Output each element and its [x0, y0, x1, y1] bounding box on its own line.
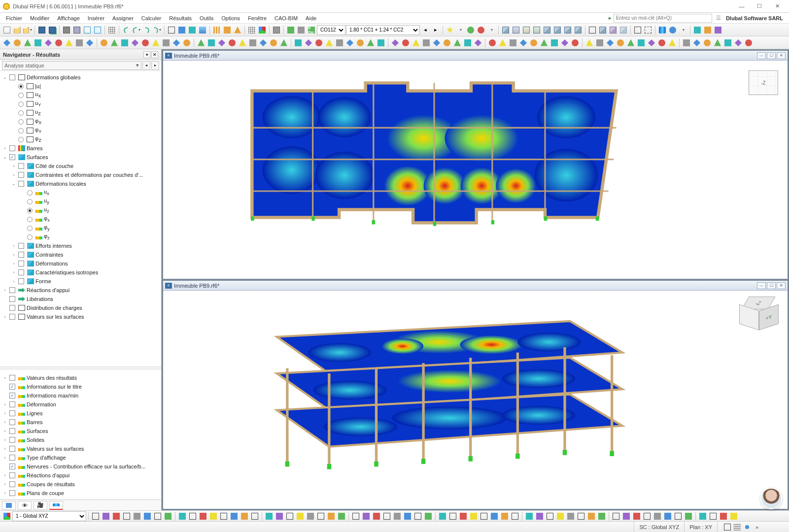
tool2-btn-58[interactable]: [626, 38, 636, 48]
tool2-btn-9[interactable]: [99, 38, 109, 48]
axes-toggle-button[interactable]: [257, 25, 267, 35]
tool3-btn-24[interactable]: [351, 511, 361, 521]
tool2-btn-16[interactable]: [172, 38, 181, 48]
tool2-btn-19[interactable]: [206, 38, 216, 48]
tool2-btn-28[interactable]: [304, 38, 313, 48]
tool2-btn-13[interactable]: [140, 38, 150, 48]
tool2-btn-63[interactable]: [682, 38, 691, 48]
radio[interactable]: [18, 128, 24, 133]
next-lc-button[interactable]: ▸: [431, 25, 441, 35]
tree-item[interactable]: ›Plans de coupe: [0, 489, 161, 498]
tool2-btn-47[interactable]: [508, 38, 518, 48]
tree-item[interactable]: ›Barres: [0, 418, 161, 427]
tool2-btn-35[interactable]: [376, 38, 386, 48]
tree-item[interactable]: ›Surfaces: [0, 427, 161, 435]
save-button[interactable]: [37, 25, 47, 35]
tree-item[interactable]: φy: [0, 224, 161, 233]
expander-icon[interactable]: ›: [2, 411, 8, 416]
tool3-btn-27[interactable]: [382, 511, 392, 521]
tool3-btn-56[interactable]: [698, 511, 708, 521]
viewport-top-titlebar[interactable]: ≡ Immeuble PB9.rf6* — ☐ ✕: [163, 51, 788, 61]
tool3-btn-16[interactable]: [264, 511, 274, 521]
checkbox[interactable]: [18, 252, 24, 258]
viewport-bottom-min[interactable]: —: [757, 282, 766, 289]
tool2-btn-41[interactable]: [442, 38, 452, 48]
menu-calculer[interactable]: Calculer: [137, 14, 165, 22]
show-loads-button[interactable]: [233, 25, 242, 35]
checkbox[interactable]: [9, 455, 15, 461]
new-file-button[interactable]: [2, 25, 12, 35]
checkbox[interactable]: [9, 154, 15, 160]
redo-button[interactable]: [142, 25, 152, 35]
tool3-btn-14[interactable]: [240, 511, 249, 521]
view-yz-button[interactable]: [532, 25, 542, 35]
analysis-type-combo[interactable]: Analyse statique▾: [2, 61, 141, 70]
rotate-menu[interactable]: [678, 25, 688, 35]
tool2-btn-30[interactable]: [324, 38, 334, 48]
tool2-btn-32[interactable]: [345, 38, 355, 48]
viewport-bottom-max[interactable]: ☐: [767, 282, 776, 289]
misc-3-button[interactable]: [713, 25, 723, 35]
tool2-btn-5[interactable]: [54, 38, 64, 48]
tool3-btn-15[interactable]: [250, 511, 260, 521]
checkbox[interactable]: [9, 437, 15, 443]
menu-affichage[interactable]: Affichage: [53, 14, 84, 22]
radio[interactable]: [18, 119, 24, 125]
tool2-btn-15[interactable]: [161, 38, 171, 48]
radio[interactable]: [18, 93, 24, 98]
table-button[interactable]: [107, 25, 117, 35]
nav-tab-data[interactable]: [2, 501, 16, 510]
checkbox[interactable]: [9, 375, 15, 381]
expander-icon[interactable]: ›: [2, 402, 8, 407]
tool2-btn-22[interactable]: [238, 38, 247, 48]
tool2-btn-60[interactable]: [647, 38, 656, 48]
tree-item[interactable]: ›Barres: [0, 144, 161, 153]
expander-icon[interactable]: ›: [2, 455, 8, 460]
print-button[interactable]: [62, 25, 71, 35]
view-wireframe-button[interactable]: [167, 25, 176, 35]
tool2-btn-65[interactable]: [702, 38, 712, 48]
tool2-btn-17[interactable]: [182, 38, 192, 48]
view-left-button[interactable]: [563, 25, 573, 35]
expander-icon[interactable]: ›: [2, 146, 8, 151]
tool3-btn-59[interactable]: [729, 511, 739, 521]
tree-item[interactable]: ›Efforts internes: [0, 241, 161, 250]
tool3-btn-13[interactable]: [229, 511, 239, 521]
tool3-btn-52[interactable]: [652, 511, 662, 521]
checkbox[interactable]: [9, 446, 15, 452]
load-case-desc-combo[interactable]: 1.80 * CC1 + 1.24 * CC2: [346, 25, 420, 35]
tree-item[interactable]: φZ: [0, 135, 161, 144]
nav-tab-camera[interactable]: 🎥: [34, 501, 47, 510]
result-red-button[interactable]: [476, 25, 486, 35]
rotate-button[interactable]: [668, 25, 678, 35]
tool2-btn-36[interactable]: [390, 38, 400, 48]
status-expand-button[interactable]: »: [752, 522, 762, 532]
viewport-bottom-close[interactable]: ✕: [777, 282, 786, 289]
tree-item[interactable]: ›Réactions d'appui: [0, 471, 161, 480]
tool2-btn-59[interactable]: [636, 38, 646, 48]
menu-modifier[interactable]: Modifier: [26, 14, 53, 22]
close-button[interactable]: ✕: [768, 1, 786, 11]
maximize-button[interactable]: ☐: [751, 1, 768, 11]
misc-2-button[interactable]: [703, 25, 713, 35]
expander-icon[interactable]: ›: [11, 172, 17, 177]
tool2-btn-27[interactable]: [293, 38, 303, 48]
tool2-btn-6[interactable]: [64, 38, 74, 48]
tool2-btn-11[interactable]: [120, 38, 130, 48]
tool2-btn-33[interactable]: [355, 38, 365, 48]
tool3-btn-32[interactable]: [438, 511, 447, 521]
viewport-top-canvas[interactable]: -Z: [163, 61, 788, 279]
tree-item[interactable]: ›Côté de couche: [0, 162, 161, 170]
expander-icon[interactable]: ›: [11, 279, 17, 284]
result-menu[interactable]: [486, 25, 496, 35]
tool2-btn-51[interactable]: [549, 38, 559, 48]
tree-item[interactable]: Distribution de charges: [0, 303, 161, 312]
expander-icon[interactable]: ›: [11, 164, 17, 168]
tool2-btn-54[interactable]: [584, 38, 594, 48]
tool3-btn-40[interactable]: [524, 511, 534, 521]
undo-history-button[interactable]: [132, 25, 141, 35]
tool3-btn-6[interactable]: [153, 511, 163, 521]
zoom-all-button[interactable]: [633, 25, 643, 35]
tool2-btn-56[interactable]: [605, 38, 615, 48]
tool2-btn-46[interactable]: [498, 38, 508, 48]
